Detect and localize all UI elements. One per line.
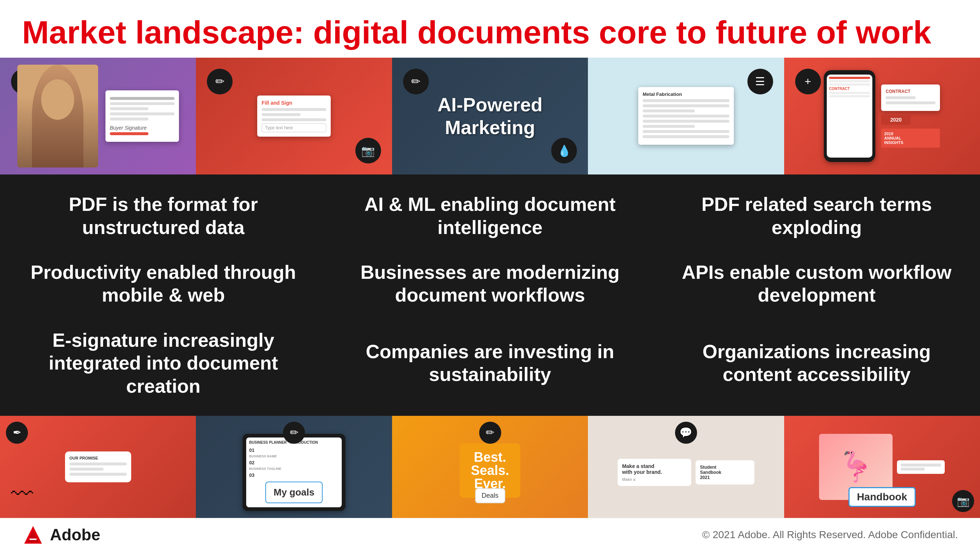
insights-doc: 2019ANNUALINSIGHTS: [881, 129, 940, 148]
bottom-section-1: ✒ OUR PROMISE 〰: [0, 416, 196, 518]
stat-item-7: APIs enable custom workflow development: [653, 250, 980, 318]
bottom-banner: ✒ OUR PROMISE 〰 ✏ BUSINESS PLANNER · INT…: [0, 416, 980, 518]
banner-section-fill: ✏ Fill and Sign Type text here 📷: [196, 58, 392, 175]
stat-item-4: Productivity enabled through mobile & we…: [0, 250, 327, 318]
stat-item-10: Companies are investing in sustainabilit…: [327, 329, 653, 397]
header: Market landscape: digital documents core…: [0, 0, 980, 58]
bottom-banner-inner: ✒ OUR PROMISE 〰 ✏ BUSINESS PLANNER · INT…: [0, 416, 980, 518]
banner-section-sign: ✒ Buyer Signature: [0, 58, 196, 175]
adobe-logo: Adobe: [22, 524, 100, 546]
sign-doc: Buyer Signature: [105, 91, 179, 142]
stats-grid: PDF is the format for unstructured data …: [0, 175, 980, 416]
add-icon: +: [795, 69, 821, 94]
stat-item-8: E-signature increasingly integrated into…: [0, 318, 327, 408]
bottom-camera-icon: 📷: [952, 490, 974, 512]
my-goals-card: My goals: [265, 481, 322, 503]
copyright-text: © 2021 Adobe. All Rights Reserved. Adobe…: [702, 529, 958, 541]
page-wrapper: Market landscape: digital documents core…: [0, 0, 980, 551]
phone-1: CONTRACT: [824, 70, 875, 162]
page-title: Market landscape: digital documents core…: [22, 15, 958, 50]
deals-card: Deals: [475, 488, 505, 503]
fill-icon: ✏: [207, 69, 232, 94]
camera-icon: 📷: [355, 138, 381, 164]
signature-img: 〰: [11, 481, 33, 507]
edit-icon: ✏: [403, 69, 429, 94]
handbook-card: Handbook: [848, 487, 916, 507]
top-banner: ✒ Buyer Signature ✏: [0, 58, 980, 175]
bottom-section-2: ✏ BUSINESS PLANNER · INTRODUCTION 01BUSI…: [196, 416, 392, 518]
bottom-chat-icon: 💬: [675, 422, 697, 444]
stat-item-11: Organizations increasing content accessi…: [653, 329, 980, 397]
side-doc: [897, 460, 945, 474]
footer: Adobe © 2021 Adobe. All Rights Reserved.…: [0, 518, 980, 551]
banner-section-ai: ✏ AI-PoweredMarketing 💧: [392, 58, 588, 175]
stat-item-2: AI & ML enabling document intelligence: [327, 182, 653, 250]
student-handbook-card: StudentSandbook2021: [695, 460, 754, 484]
person-image: [17, 65, 98, 167]
stat-item-5: Businesses are modernizing document work…: [327, 250, 653, 318]
year-badge: 2020: [881, 114, 910, 125]
bottom-sign-icon: ✒: [6, 422, 28, 444]
bottom-pencil-icon: ✏: [479, 422, 501, 444]
main-doc: Metal Fabrication: [638, 87, 734, 145]
bottom-doc-1: OUR PROMISE: [65, 451, 131, 482]
bottom-section-3: ✏ Best.Seals.Ever. Deals: [392, 416, 588, 518]
banner-content: ✒ Buyer Signature ✏: [0, 58, 980, 175]
make-stand-card: Make a standwith your brand. Make a: [618, 459, 691, 486]
fill-doc: Fill and Sign Type text here: [257, 95, 331, 137]
water-icon: 💧: [551, 138, 577, 164]
bottom-section-4: 💬 Make a standwith your brand. Make a St…: [588, 416, 784, 518]
stat-item-1: PDF is the format for unstructured data: [0, 182, 327, 250]
banner-section-doc: ☰ Metal Fabrication: [588, 58, 784, 175]
make-stand-area: Make a standwith your brand. Make a Stud…: [618, 459, 754, 486]
menu-icon: ☰: [748, 69, 773, 94]
bottom-edit-icon: ✏: [283, 422, 305, 444]
adobe-logo-svg: [22, 524, 44, 546]
banner-section-contract: + CONTRACT CONTR: [784, 58, 980, 175]
ai-text: AI-PoweredMarketing: [437, 93, 542, 139]
adobe-logo-label: Adobe: [50, 526, 100, 544]
stat-item-3: PDF related search terms exploding: [653, 182, 980, 250]
contract-doc: CONTRACT: [881, 84, 940, 111]
bottom-section-5: 🦩 Handbook 📷: [784, 416, 980, 518]
